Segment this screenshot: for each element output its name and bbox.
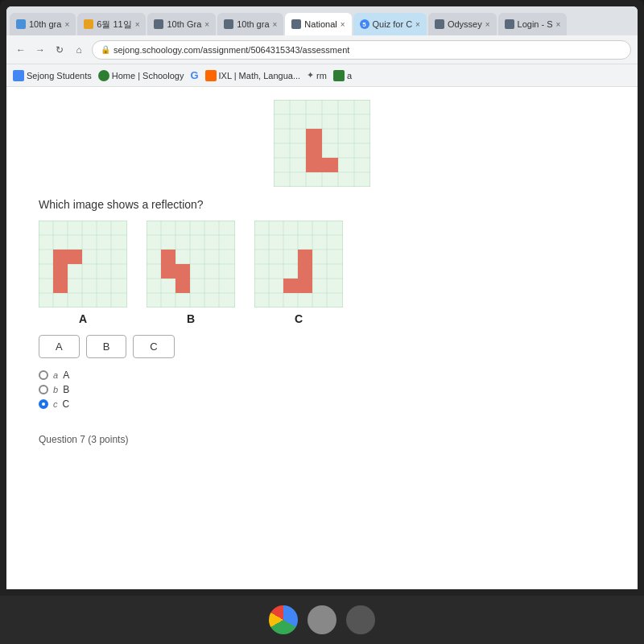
tab-t5[interactable]: National × — [285, 13, 351, 35]
svg-rect-29 — [68, 250, 82, 264]
address-bar: ← → ↻ ⌂ 🔒 sejong.schoology.com/assignmen… — [6, 35, 638, 64]
answer-button-a[interactable]: A — [39, 335, 80, 358]
svg-rect-41 — [161, 264, 175, 279]
bookmark-icon-a — [333, 70, 345, 81]
svg-rect-44 — [161, 250, 175, 264]
forward-button[interactable]: → — [32, 42, 48, 58]
svg-rect-58 — [298, 279, 312, 293]
shape-c-grid — [254, 221, 343, 308]
home-button[interactable]: ⌂ — [71, 42, 87, 58]
radio-option-a[interactable]: a A — [39, 369, 605, 381]
svg-rect-28 — [53, 279, 68, 293]
radio-value-c: C — [63, 398, 70, 410]
radio-value-b: B — [63, 384, 69, 395]
tab-icon-t2 — [84, 19, 93, 29]
shapes-row: A — [39, 221, 605, 325]
bookmark-ixl[interactable]: IXL | Math, Langua... — [205, 70, 301, 81]
svg-rect-14 — [322, 158, 338, 172]
tab-t2[interactable]: 6월 11일 × — [77, 13, 146, 35]
svg-rect-13 — [306, 158, 322, 172]
bookmark-icon-sejong — [13, 70, 24, 81]
radio-letter-a: a — [53, 370, 58, 380]
tab-t3[interactable]: 10th Gra × — [147, 13, 216, 35]
taskbar — [0, 596, 644, 644]
tab-icon-t8 — [505, 19, 514, 29]
refresh-button[interactable]: ↻ — [52, 42, 68, 58]
bookmark-icon-schoology — [98, 70, 109, 81]
radio-option-b[interactable]: b B — [39, 384, 605, 395]
bookmarks-bar: Sejong Students Home | Schoology G IXL |… — [6, 64, 638, 87]
browser-window: 10th gra × 6월 11일 × 10th Gra × 10th gra … — [6, 6, 638, 589]
bookmark-google[interactable]: G — [190, 69, 198, 81]
bookmark-rm[interactable]: ✦ rm — [307, 70, 327, 80]
tab-t7[interactable]: Odyssey × — [428, 13, 497, 35]
bookmark-a[interactable]: a — [333, 70, 352, 81]
shape-label-c: C — [295, 312, 303, 325]
tab-t4[interactable]: 10th gra × — [217, 13, 283, 35]
answer-buttons: A B C — [39, 335, 605, 358]
tab-bar: 10th gra × 6월 11일 × 10th Gra × 10th gra … — [6, 6, 638, 35]
question-footer: Question 7 (3 points) — [39, 434, 605, 445]
svg-rect-27 — [53, 264, 68, 279]
tab-icon-t6: 5 — [360, 19, 369, 29]
question-text: Which image shows a reflection? — [39, 198, 605, 211]
lock-icon: 🔒 — [101, 45, 110, 54]
tab-icon-t4 — [224, 19, 233, 29]
svg-rect-12 — [306, 143, 322, 158]
bookmark-sejong[interactable]: Sejong Students — [13, 70, 92, 81]
svg-rect-42 — [175, 264, 190, 279]
original-shape-grid — [274, 100, 370, 187]
original-shape-container — [39, 100, 605, 187]
radio-circle-c — [39, 399, 48, 409]
shape-option-b: B — [147, 221, 235, 325]
nav-buttons: ← → ↻ ⌂ — [13, 42, 87, 58]
answer-button-c[interactable]: C — [133, 335, 174, 358]
radio-letter-b: b — [53, 385, 58, 394]
page-content: Which image shows a reflection? — [6, 87, 638, 589]
svg-rect-26 — [53, 250, 68, 264]
radio-circle-a — [39, 370, 48, 380]
taskbar-button-dark[interactable] — [346, 605, 375, 634]
chrome-button[interactable] — [269, 605, 298, 634]
tab-icon-t5 — [291, 19, 301, 29]
radio-value-a: A — [63, 369, 69, 381]
shape-label-a: A — [79, 312, 87, 325]
shape-option-c: C — [254, 221, 343, 325]
tab-t6[interactable]: 5 Quiz for C × — [353, 13, 427, 35]
radio-options: a A b B c C — [39, 369, 605, 410]
svg-rect-57 — [298, 264, 312, 279]
svg-rect-56 — [298, 250, 312, 264]
svg-rect-43 — [175, 279, 190, 293]
taskbar-button-gray[interactable] — [308, 605, 336, 634]
tab-t8[interactable]: Login - S × — [498, 13, 568, 35]
shape-label-b: B — [187, 312, 195, 325]
tab-icon-t3 — [154, 19, 163, 29]
radio-option-c[interactable]: c C — [39, 398, 605, 410]
radio-letter-c: c — [53, 399, 58, 409]
radio-circle-b — [39, 385, 48, 394]
svg-rect-11 — [306, 129, 322, 143]
answer-button-b[interactable]: B — [86, 335, 127, 358]
tab-icon-t1 — [16, 19, 26, 29]
tab-t1[interactable]: 10th gra × — [10, 13, 76, 35]
shape-a-grid — [39, 221, 127, 308]
tab-icon-t7 — [435, 19, 444, 29]
url-bar[interactable]: 🔒 sejong.schoology.com/assignment/506431… — [92, 40, 631, 60]
bookmark-schoology[interactable]: Home | Schoology — [98, 70, 184, 81]
svg-rect-59 — [283, 279, 298, 293]
bookmark-icon-ixl — [205, 70, 217, 81]
back-button[interactable]: ← — [13, 42, 29, 58]
shape-b-grid — [147, 221, 235, 308]
shape-option-a: A — [39, 221, 127, 325]
